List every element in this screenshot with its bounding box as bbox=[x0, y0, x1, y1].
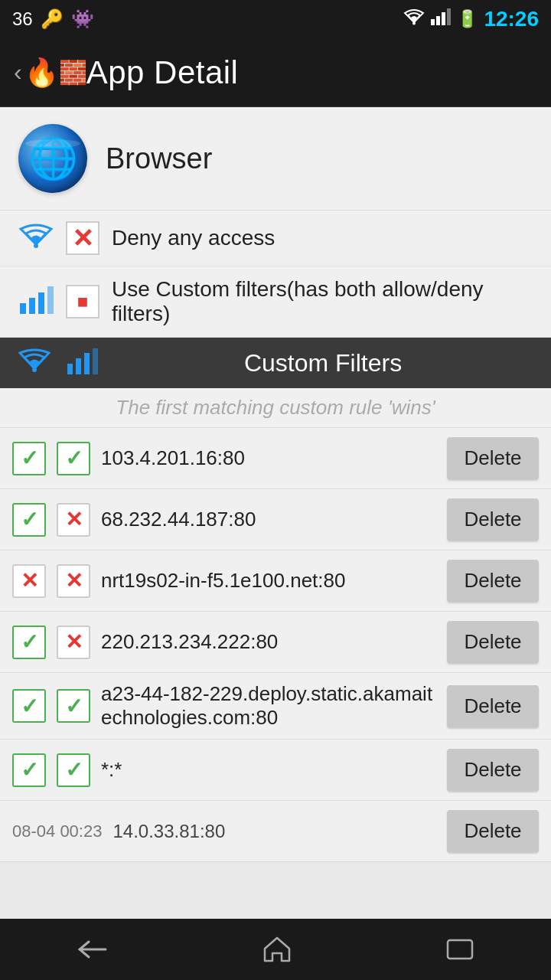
filter-address-3: 220.213.234.222:80 bbox=[101, 630, 436, 654]
filter-row: ✓✓a23-44-182-229.deploy.static.akamaitec… bbox=[0, 673, 551, 740]
signal-status-icon bbox=[431, 8, 451, 30]
brick-icon: 🧱 bbox=[59, 59, 87, 86]
back-nav-button[interactable] bbox=[54, 930, 131, 969]
globe-icon: 🌐 bbox=[28, 136, 78, 182]
flame-icon: 🔥 bbox=[24, 57, 59, 89]
status-right: 🔋 12:26 bbox=[403, 7, 539, 31]
svg-rect-3 bbox=[442, 12, 445, 25]
delete-button-0[interactable]: Delete bbox=[447, 437, 539, 479]
wifi-checkbox-0[interactable]: ✓ bbox=[12, 442, 46, 475]
custom-filters-header: Custom Filters bbox=[0, 338, 551, 388]
filter-address-1: 68.232.44.187:80 bbox=[101, 508, 436, 531]
partial-delete-button[interactable]: Delete bbox=[447, 810, 539, 852]
delete-button-2[interactable]: Delete bbox=[447, 560, 539, 602]
app-bar: ‹ 🔥 🧱 App Detail bbox=[0, 38, 551, 107]
dot-icon: ■ bbox=[77, 291, 89, 312]
svg-point-10 bbox=[32, 368, 37, 372]
deny-wifi-checkbox[interactable]: ✕ bbox=[66, 221, 99, 255]
data-checkbox-3[interactable]: ✕ bbox=[57, 626, 90, 659]
partial-date: 08-04 00:23 bbox=[12, 822, 102, 841]
data-checkbox-1[interactable]: ✕ bbox=[57, 503, 90, 537]
partial-row: 08-04 00:23 14.0.33.81:80 Delete bbox=[0, 801, 551, 862]
wifi-checkbox-2[interactable]: ✕ bbox=[12, 564, 46, 598]
svg-rect-4 bbox=[447, 8, 451, 25]
svg-point-5 bbox=[34, 243, 38, 248]
delete-button-5[interactable]: Delete bbox=[447, 749, 539, 791]
svg-rect-13 bbox=[84, 353, 90, 374]
wifi-checkbox-1[interactable]: ✓ bbox=[12, 503, 46, 537]
data-checkbox-4[interactable]: ✓ bbox=[57, 689, 90, 723]
x-mark-icon: ✕ bbox=[72, 223, 93, 253]
data-checkbox-5[interactable]: ✓ bbox=[57, 753, 90, 787]
status-left: 36 🔑 👾 bbox=[12, 8, 94, 30]
svg-rect-14 bbox=[93, 348, 98, 374]
battery-icon: 🔋 bbox=[457, 9, 478, 29]
browser-icon: 🌐 bbox=[18, 124, 87, 193]
partial-address: 14.0.33.81:80 bbox=[112, 821, 436, 842]
status-bar: 36 🔑 👾 🔋 12:26 bbox=[0, 0, 551, 38]
wifi-status-icon bbox=[403, 8, 425, 30]
wifi-checkbox-5[interactable]: ✓ bbox=[12, 753, 46, 787]
data-checkbox-2[interactable]: ✕ bbox=[57, 564, 90, 598]
key-icon: 🔑 bbox=[41, 8, 64, 30]
filter-address-0: 103.4.201.16:80 bbox=[101, 446, 436, 470]
filter-row: ✓✕68.232.44.187:80Delete bbox=[0, 489, 551, 550]
svg-rect-7 bbox=[29, 298, 35, 314]
svg-rect-15 bbox=[448, 940, 472, 959]
android-icon: 👾 bbox=[71, 8, 94, 30]
signal-icon bbox=[18, 286, 54, 317]
custom-data-checkbox[interactable]: ■ bbox=[66, 285, 99, 318]
filter-row: ✓✓*:*Delete bbox=[0, 740, 551, 801]
home-nav-button[interactable] bbox=[240, 929, 314, 970]
svg-rect-8 bbox=[38, 292, 44, 314]
header-signal-icon bbox=[66, 348, 98, 377]
svg-rect-11 bbox=[67, 364, 73, 374]
hint-text: The first matching custom rule 'wins' bbox=[0, 388, 551, 428]
delete-button-1[interactable]: Delete bbox=[447, 498, 539, 541]
svg-point-0 bbox=[412, 22, 416, 25]
deny-access-row[interactable]: ✕ Deny any access bbox=[0, 211, 551, 266]
recents-nav-button[interactable] bbox=[423, 931, 497, 968]
app-title: App Detail bbox=[86, 54, 239, 91]
browser-row: 🌐 Browser bbox=[0, 107, 551, 211]
filter-row: ✓✓103.4.201.16:80Delete bbox=[0, 428, 551, 489]
custom-filter-row[interactable]: ■ Use Custom filters(has both allow/deny… bbox=[0, 266, 551, 338]
svg-rect-2 bbox=[436, 16, 440, 25]
browser-name: Browser bbox=[106, 142, 212, 175]
svg-rect-9 bbox=[47, 286, 54, 314]
filter-address-2: nrt19s02-in-f5.1e100.net:80 bbox=[101, 569, 436, 593]
svg-rect-6 bbox=[20, 303, 26, 314]
delete-button-3[interactable]: Delete bbox=[447, 621, 539, 663]
delete-button-4[interactable]: Delete bbox=[447, 685, 539, 727]
nav-bar bbox=[0, 919, 551, 980]
wifi-checkbox-4[interactable]: ✓ bbox=[12, 689, 46, 723]
filter-row: ✓✕220.213.234.222:80Delete bbox=[0, 612, 551, 673]
filter-address-5: *:* bbox=[101, 758, 436, 782]
battery-num-icon: 36 bbox=[12, 8, 33, 30]
header-wifi-icon bbox=[18, 348, 51, 377]
filter-address-4: a23-44-182-229.deploy.static.akamaitechn… bbox=[101, 682, 436, 730]
svg-rect-12 bbox=[76, 358, 81, 374]
status-time: 12:26 bbox=[484, 7, 539, 31]
app-logo: 🔥 🧱 bbox=[36, 53, 76, 93]
filters-title: Custom Filters bbox=[113, 349, 533, 377]
custom-filter-label: Use Custom filters(has both allow/deny f… bbox=[112, 277, 533, 326]
wifi-checkbox-3[interactable]: ✓ bbox=[12, 626, 46, 659]
svg-rect-1 bbox=[431, 19, 435, 25]
deny-access-label: Deny any access bbox=[112, 226, 533, 250]
data-checkbox-0[interactable]: ✓ bbox=[57, 442, 90, 475]
back-button[interactable]: ‹ bbox=[14, 58, 22, 87]
filter-rows-container: ✓✓103.4.201.16:80Delete✓✕68.232.44.187:8… bbox=[0, 428, 551, 801]
filter-row: ✕✕nrt19s02-in-f5.1e100.net:80Delete bbox=[0, 550, 551, 612]
wifi-icon bbox=[18, 223, 54, 253]
content-area: 🌐 Browser ✕ Deny any access bbox=[0, 107, 551, 862]
